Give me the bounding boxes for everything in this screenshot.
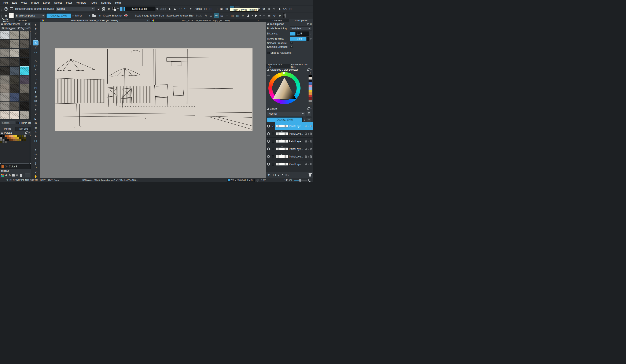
- brush-preset-thumbnail[interactable]: [10, 49, 19, 57]
- toolbox-tool[interactable]: ↝: [33, 76, 39, 81]
- brush-preset-thumbnail[interactable]: [0, 102, 10, 110]
- palette-color-swatch[interactable]: [2, 139, 4, 141]
- canvas-area[interactable]: [40, 22, 266, 178]
- brush-preset-thumbnail[interactable]: [20, 49, 29, 57]
- move-layer-down-button[interactable]: ∨: [277, 173, 279, 177]
- close-icon[interactable]: ✕: [310, 69, 312, 71]
- brush-preset-thumbnail[interactable]: [10, 120, 19, 120]
- add-layer-button[interactable]: ✚: [268, 173, 272, 177]
- right-docker-tab[interactable]: Overview: [266, 19, 289, 22]
- selection-mode-icon[interactable]: [2, 179, 4, 181]
- page-icon[interactable]: ❏: [6, 179, 8, 182]
- color-history-swatch[interactable]: [309, 97, 312, 100]
- tab-task-sets[interactable]: Task Sets: [16, 127, 31, 131]
- layer-row[interactable]: ⬐ Paint Laye... α: [266, 130, 313, 138]
- toolbox-tool[interactable]: ⚲: [33, 170, 39, 174]
- toolbox-tool[interactable]: ▧: [33, 99, 39, 103]
- toolbox-tool[interactable]: ✴: [33, 108, 39, 112]
- scroll-up-icon[interactable]: ▲: [30, 31, 31, 32]
- mirror-caret[interactable]: [251, 15, 253, 16]
- float-docker-icon[interactable]: [307, 69, 309, 71]
- undo-button[interactable]: ↶: [178, 6, 183, 11]
- toolbox-tool[interactable]: ✒: [33, 36, 39, 40]
- brush-preset-thumbnail[interactable]: [20, 93, 29, 102]
- stroke-ending-spinner[interactable]: [310, 38, 312, 40]
- toolbox-tool[interactable]: ✎: [33, 40, 39, 45]
- open-resources-button[interactable]: [92, 13, 96, 18]
- current-brush-preset-thumbnail[interactable]: [9, 13, 14, 18]
- menu-item[interactable]: Window: [74, 0, 88, 5]
- right-docker-tab[interactable]: Tool Options: [289, 19, 313, 22]
- toolbar-grip[interactable]: [84, 14, 85, 18]
- search-input[interactable]: [1, 121, 15, 125]
- menu-item[interactable]: Image: [29, 0, 41, 5]
- brush-preset-thumbnail[interactable]: [0, 31, 10, 39]
- scale-layer-label[interactable]: Scale Layer to new Size: [165, 14, 194, 17]
- rotate-right-button[interactable]: ↻: [277, 13, 282, 18]
- inherit-alpha-icon[interactable]: ⬐: [281, 138, 283, 140]
- layer-thumbnail[interactable]: [276, 132, 288, 135]
- brush-preset-thumbnail[interactable]: [0, 75, 10, 84]
- brush-preset-thumbnail[interactable]: [0, 40, 10, 48]
- color-history-swatch[interactable]: [309, 100, 312, 102]
- brush-preset-thumbnail[interactable]: [10, 84, 19, 93]
- choose-palette-icon[interactable]: [1, 174, 4, 177]
- document-tab[interactable]: brushey sketche doodils_004.kra (341.9 M…: [40, 19, 151, 22]
- canvas-size-field[interactable]: 1,280 x 536 (341.9 MiB): [227, 179, 254, 182]
- layer-opacity-slider[interactable]: Opacity: 100%: [267, 117, 303, 122]
- alpha-checker-icon[interactable]: [310, 148, 312, 150]
- palette-color-swatch[interactable]: [24, 139, 26, 141]
- palette-color-swatch[interactable]: [7, 135, 9, 137]
- brush-preset-thumbnail[interactable]: [10, 31, 19, 39]
- curve-option-button[interactable]: ⊃: [209, 13, 214, 18]
- fg-bg-color-button[interactable]: [112, 6, 116, 11]
- inherit-alpha-icon[interactable]: ⬐: [281, 161, 283, 163]
- document-tab[interactable]: IMG_20250321_072939539 (3).jpg (35.0 MiB…: [151, 19, 261, 22]
- layer-thumbnail[interactable]: [276, 125, 288, 127]
- layer-row[interactable]: ⬐ Paint Laye... α: [266, 153, 313, 160]
- filter-button[interactable]: [189, 6, 193, 11]
- trim-button[interactable]: ⊢: [262, 13, 266, 18]
- toolbox-tool[interactable]: ✚: [33, 90, 39, 94]
- deadline-button[interactable]: x x: [9, 6, 14, 11]
- mirror-horizontal-button[interactable]: [167, 6, 172, 11]
- toolbox-tool[interactable]: ∠: [33, 130, 39, 134]
- toolbox-tool[interactable]: ➤: [33, 23, 39, 27]
- palette-color-swatch[interactable]: [24, 135, 26, 137]
- palette-color-swatch[interactable]: [5, 139, 6, 141]
- brush-smoothing-select[interactable]: Weighted: [290, 26, 312, 31]
- alpha-icon[interactable]: α: [308, 125, 309, 127]
- brush-preset-thumbnail[interactable]: [0, 49, 10, 57]
- visibility-eye-icon[interactable]: [267, 140, 270, 143]
- toolbox-tool[interactable]: ▭: [33, 50, 39, 54]
- rotate-left-button[interactable]: ↺: [272, 13, 277, 18]
- color-history-swatch[interactable]: [309, 87, 312, 90]
- erase-action-button[interactable]: ⌫: [282, 6, 288, 11]
- palette-color-swatch[interactable]: [17, 135, 19, 137]
- more-options-button[interactable]: ...: [25, 173, 30, 177]
- layer-checkbox[interactable]: [272, 140, 274, 143]
- add-color-button[interactable]: ✚: [5, 174, 7, 177]
- menu-item[interactable]: Edit: [10, 0, 19, 5]
- palette-color-swatch[interactable]: [15, 137, 17, 139]
- palette-color-swatch[interactable]: [22, 135, 23, 137]
- layer-properties-button[interactable]: ≣: [285, 173, 289, 177]
- toolbox-tool[interactable]: ❂: [33, 121, 39, 125]
- brush-preset-thumbnail[interactable]: [10, 75, 19, 84]
- gamut-mask-button[interactable]: ❂: [261, 6, 266, 11]
- menu-item[interactable]: Filter: [64, 0, 74, 5]
- brush-preset-thumbnail[interactable]: [20, 84, 29, 93]
- color-caret[interactable]: [117, 8, 119, 9]
- layer-row[interactable]: ⬐ Paint Laye... α: [266, 145, 313, 153]
- menu-item[interactable]: Layer: [41, 0, 52, 5]
- toolbox-tool[interactable]: T: [33, 27, 39, 32]
- toolbox-tool[interactable]: ▢: [33, 139, 39, 143]
- palette-color-swatch[interactable]: [5, 142, 6, 143]
- lock-icon[interactable]: [267, 24, 269, 25]
- float-docker-icon[interactable]: [25, 132, 27, 134]
- float-docker-icon[interactable]: [307, 108, 309, 109]
- blend-mode-select[interactable]: Normal: [55, 6, 95, 11]
- palette-color-swatch[interactable]: [22, 139, 23, 141]
- color-history-swatch[interactable]: [309, 82, 312, 85]
- brush-flourish-button[interactable]: ✑: [272, 6, 277, 11]
